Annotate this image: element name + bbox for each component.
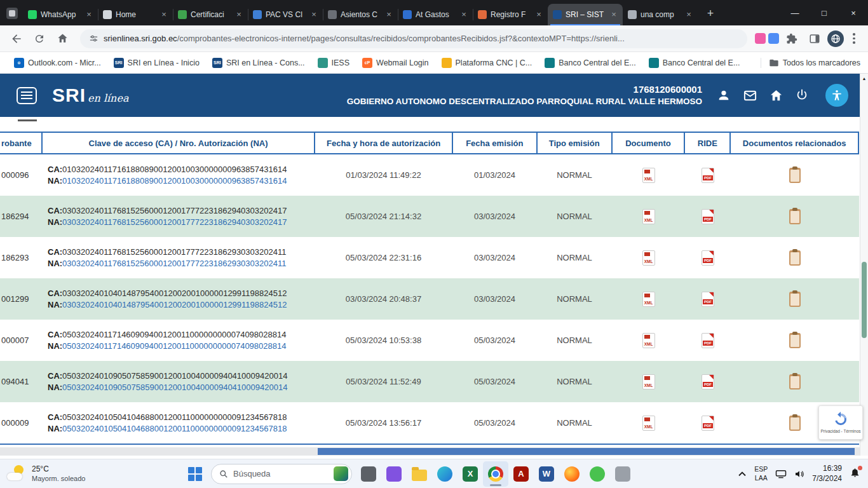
bookmark-item[interactable]: cP Webmail Login: [356, 55, 435, 71]
new-tab-button[interactable]: +: [702, 5, 719, 23]
xml-download-icon[interactable]: XML: [642, 416, 655, 431]
horizontal-scrollbar-thumb[interactable]: [318, 448, 855, 455]
tab-close-icon[interactable]: ×: [159, 10, 169, 20]
tab-close-icon[interactable]: ×: [609, 10, 619, 20]
reload-button[interactable]: [29, 29, 50, 49]
taskbar-app-printer[interactable]: [610, 461, 635, 487]
na-value-link[interactable]: 0503202401171460909400120011000000000074…: [62, 341, 286, 351]
portal-home-button[interactable]: [768, 88, 783, 103]
browser-tab[interactable]: SRI – SIST ×: [548, 4, 623, 25]
related-docs-icon[interactable]: [789, 168, 801, 183]
bookmark-item[interactable]: Banco Central del E...: [642, 55, 747, 71]
tab-close-icon[interactable]: ×: [534, 10, 544, 20]
weather-widget[interactable]: 25°C Mayorm. soleado: [0, 464, 146, 484]
tab-close-icon[interactable]: ×: [234, 10, 244, 20]
browser-tab[interactable]: At Gastos ×: [398, 4, 473, 25]
na-value-link[interactable]: 0303202401176815256000120017772231862930…: [62, 259, 286, 268]
clock[interactable]: 16:39 7/3/2024: [812, 464, 842, 484]
logout-button[interactable]: [794, 88, 810, 103]
ride-pdf-icon[interactable]: PDF: [702, 209, 714, 224]
extension-icon-blue[interactable]: [768, 33, 779, 44]
browser-tab[interactable]: Certificaci ×: [173, 4, 248, 25]
display-icon[interactable]: [775, 470, 787, 478]
bookmark-item[interactable]: o Outlook.com - Micr...: [8, 55, 107, 71]
xml-download-icon[interactable]: XML: [642, 292, 655, 307]
related-docs-icon[interactable]: [789, 250, 801, 266]
browser-menu-button[interactable]: [846, 33, 862, 44]
tab-close-icon[interactable]: ×: [84, 10, 94, 20]
volume-icon[interactable]: [794, 469, 804, 479]
xml-download-icon[interactable]: XML: [642, 333, 655, 348]
language-indicator[interactable]: ESP LAA: [754, 465, 768, 482]
bookmark-item[interactable]: Banco Central del E...: [538, 55, 642, 71]
vertical-scrollbar[interactable]: ▲: [860, 74, 868, 456]
taskbar-app-acrobat[interactable]: A: [508, 461, 534, 487]
na-value-link[interactable]: 0103202401171618808900120010030000000963…: [62, 176, 287, 186]
user-button[interactable]: [716, 88, 731, 103]
ride-pdf-icon[interactable]: PDF: [702, 374, 714, 390]
profile-avatar[interactable]: [827, 30, 844, 47]
taskbar-app-chrome[interactable]: [483, 461, 508, 487]
ride-pdf-icon[interactable]: PDF: [702, 416, 714, 431]
na-value-link[interactable]: 0303202401176815256000120017772231862940…: [62, 217, 287, 227]
taskbar-app-file-explorer[interactable]: [407, 461, 432, 487]
xml-download-icon[interactable]: XML: [642, 168, 655, 183]
notifications-button[interactable]: [850, 467, 860, 480]
na-value-link[interactable]: 0303202401040148795400120020010000012991…: [62, 300, 287, 309]
browser-tab[interactable]: Registro F ×: [473, 4, 548, 25]
browser-tab[interactable]: Asientos C ×: [323, 4, 398, 25]
tab-close-icon[interactable]: ×: [459, 10, 469, 20]
recaptcha-links[interactable]: Privacidad - Términos: [820, 429, 860, 433]
bookmark-item[interactable]: SRI SRI en Línea - Cons...: [206, 55, 311, 71]
na-value-link[interactable]: 0503202401090507585900120010040000940410…: [62, 383, 287, 392]
browser-tab[interactable]: PAC VS Cl ×: [248, 4, 323, 25]
taskbar-app-excel[interactable]: X: [458, 461, 483, 487]
side-panel-button[interactable]: [804, 29, 825, 49]
taskbar-app-purple-app[interactable]: [381, 461, 407, 487]
xml-download-icon[interactable]: XML: [642, 250, 655, 266]
taskbar-search[interactable]: Búsqueda: [211, 464, 352, 484]
back-button[interactable]: [6, 29, 27, 49]
taskbar-app-firefox[interactable]: [559, 461, 585, 487]
related-docs-icon[interactable]: [789, 333, 801, 348]
address-bar[interactable]: srienlinea.sri.gob.ec/comprobantes-elect…: [80, 29, 747, 48]
related-docs-icon[interactable]: [789, 416, 801, 431]
related-docs-icon[interactable]: [789, 374, 801, 390]
xml-download-icon[interactable]: XML: [642, 374, 655, 390]
site-info-icon[interactable]: [89, 34, 98, 43]
tray-chevron-icon[interactable]: [738, 470, 747, 478]
extension-icon-pink[interactable]: [755, 33, 766, 44]
related-docs-icon[interactable]: [789, 292, 801, 307]
browser-home-button[interactable]: [52, 29, 72, 49]
maximize-button[interactable]: □: [810, 0, 839, 25]
mail-button[interactable]: [742, 88, 757, 103]
ride-pdf-icon[interactable]: PDF: [702, 250, 714, 266]
browser-tab[interactable]: una comp ×: [623, 4, 698, 25]
tab-close-icon[interactable]: ×: [384, 10, 394, 20]
start-button[interactable]: [183, 462, 207, 486]
tab-close-icon[interactable]: ×: [684, 10, 694, 20]
taskbar-app-edge[interactable]: [432, 461, 458, 487]
xml-download-icon[interactable]: XML: [642, 209, 655, 224]
tab-close-icon[interactable]: ×: [309, 10, 319, 20]
menu-button[interactable]: [17, 87, 37, 104]
ride-pdf-icon[interactable]: PDF: [702, 292, 714, 307]
horizontal-scrollbar[interactable]: [0, 447, 860, 456]
search-daily-image[interactable]: [334, 466, 348, 481]
recaptcha-badge[interactable]: Privacidad - Términos: [818, 405, 863, 440]
related-docs-icon[interactable]: [789, 209, 801, 224]
bookmark-item[interactable]: SRI SRI en Línea - Inicio: [107, 55, 206, 71]
bookmark-item[interactable]: IESS: [311, 55, 356, 71]
taskbar-app-word[interactable]: W: [534, 461, 559, 487]
taskbar-app-screen-frame[interactable]: [356, 461, 381, 487]
na-value-link[interactable]: 0503202401050410468800120011000000000091…: [62, 424, 287, 433]
extensions-button[interactable]: [782, 29, 802, 49]
ride-pdf-icon[interactable]: PDF: [702, 168, 714, 183]
taskbar-app-green-app[interactable]: [585, 461, 610, 487]
ride-pdf-icon[interactable]: PDF: [702, 333, 714, 348]
scroll-up-arrow[interactable]: ▲: [860, 74, 868, 81]
all-bookmarks-button[interactable]: Todos los marcadores: [761, 58, 860, 68]
bookmark-item[interactable]: Plataforma CNC | C...: [435, 55, 539, 71]
minimize-button[interactable]: —: [780, 0, 810, 25]
browser-tab[interactable]: Home ×: [98, 4, 173, 25]
